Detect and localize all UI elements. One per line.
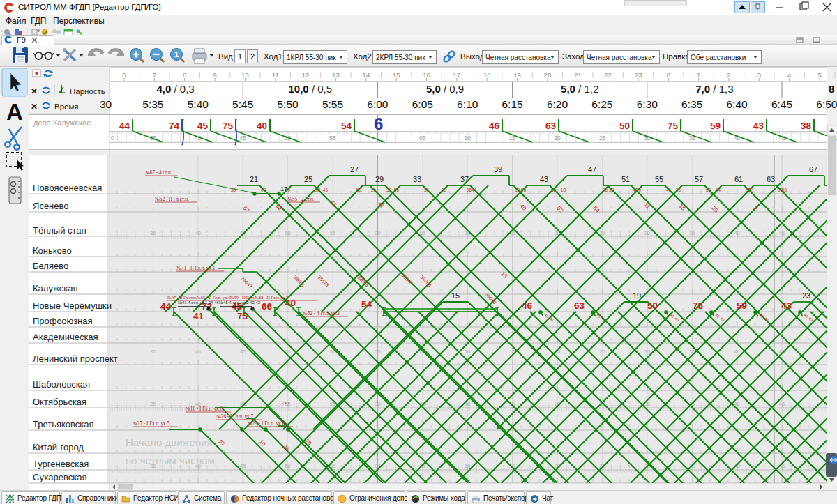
svg-text:35: 35 bbox=[150, 349, 156, 355]
svg-text:5: 5 bbox=[817, 71, 821, 79]
svg-text:30: 30 bbox=[644, 230, 650, 236]
svg-text:45: 45 bbox=[240, 349, 246, 355]
svg-text:20: 20 bbox=[554, 135, 561, 142]
svg-text:Профсоюзная: Профсоюзная bbox=[33, 316, 93, 326]
svg-text:44: 44 bbox=[160, 301, 172, 312]
svg-text:55: 55 bbox=[655, 175, 663, 183]
svg-text:10: 10 bbox=[464, 135, 471, 142]
svg-text:№62 - II Гл.ст.п.: №62 - II Гл.ст.п. bbox=[155, 197, 189, 202]
svg-text:54: 54 bbox=[341, 121, 352, 131]
svg-text:19: 19 bbox=[513, 71, 521, 79]
svg-text:10: 10 bbox=[241, 71, 249, 79]
svg-text:46: 46 bbox=[323, 188, 329, 192]
svg-text:54: 54 bbox=[361, 299, 372, 310]
svg-text:75: 75 bbox=[668, 121, 679, 131]
svg-text:6: 6 bbox=[122, 71, 126, 79]
svg-text:58: 58 bbox=[782, 188, 787, 192]
svg-text:57: 57 bbox=[695, 175, 703, 183]
svg-text:06: 06 bbox=[467, 188, 472, 192]
svg-text:19: 19 bbox=[633, 291, 641, 300]
svg-text:45: 45 bbox=[240, 463, 246, 469]
svg-text:№27 - I Гл.п. ук.5: №27 - I Гл.п. ук.5 bbox=[133, 421, 170, 427]
svg-text:Новоясеневская: Новоясеневская bbox=[33, 183, 102, 193]
svg-text:0: 0 bbox=[667, 71, 670, 79]
svg-text:50: 50 bbox=[619, 121, 630, 131]
svg-text:45: 45 bbox=[779, 230, 785, 236]
svg-text:✕: ✕ bbox=[31, 102, 38, 112]
svg-text:6: 6 bbox=[374, 114, 383, 133]
svg-text:51: 51 bbox=[621, 175, 630, 183]
svg-text:66: 66 bbox=[262, 301, 273, 312]
svg-text:20: 20 bbox=[544, 71, 552, 79]
svg-text:Парность: Парность bbox=[70, 87, 105, 96]
svg-text:40: 40 bbox=[734, 230, 739, 236]
svg-text:45: 45 bbox=[779, 401, 785, 407]
svg-text:8: 8 bbox=[829, 83, 834, 95]
svg-text:Октябрьская: Октябрьская bbox=[33, 397, 86, 407]
svg-text:Время: Время bbox=[54, 102, 79, 111]
svg-text:5:35: 5:35 bbox=[142, 98, 163, 110]
svg-text:1: 1 bbox=[174, 50, 179, 59]
svg-text:5:50: 5:50 bbox=[278, 98, 299, 110]
svg-text:00: 00 bbox=[375, 401, 380, 407]
svg-text:16: 16 bbox=[423, 71, 430, 79]
svg-text:27: 27 bbox=[350, 165, 359, 174]
svg-text:6:50: 6:50 bbox=[816, 98, 837, 110]
svg-text:2: 2 bbox=[727, 71, 730, 79]
svg-text:Новые Черёмушки: Новые Черёмушки bbox=[33, 300, 112, 311]
svg-text:6:10: 6:10 bbox=[457, 98, 478, 110]
svg-text:№71 - II Гл.п. ук.1: №71 - II Гл.п. ук.1 bbox=[176, 266, 216, 271]
svg-text:6:35: 6:35 bbox=[681, 98, 702, 110]
svg-text:5:45: 5:45 bbox=[232, 98, 253, 110]
svg-text:230: 230 bbox=[282, 401, 289, 405]
svg-text:23: 23 bbox=[802, 291, 810, 300]
svg-text:50: 50 bbox=[647, 300, 658, 311]
svg-text:21: 21 bbox=[250, 175, 258, 183]
svg-text:74: 74 bbox=[169, 121, 180, 131]
svg-text:05: 05 bbox=[419, 135, 426, 142]
svg-text:12: 12 bbox=[302, 71, 310, 79]
svg-text:6:05: 6:05 bbox=[412, 98, 433, 110]
svg-text:00: 00 bbox=[375, 349, 380, 355]
svg-text:43: 43 bbox=[753, 121, 764, 131]
svg-text:Шаболовская: Шаболовская bbox=[33, 379, 90, 390]
svg-text:по четным числам: по четным числам bbox=[126, 455, 215, 466]
svg-text:1: 1 bbox=[697, 71, 700, 79]
svg-text:50: 50 bbox=[285, 230, 290, 236]
svg-text:6:20: 6:20 bbox=[547, 98, 568, 110]
svg-text:37: 37 bbox=[460, 175, 469, 183]
svg-text:депо Калужское: депо Калужское bbox=[33, 119, 91, 127]
svg-text:17: 17 bbox=[453, 71, 461, 79]
svg-text:3: 3 bbox=[757, 71, 761, 79]
svg-text:7,0 / 1,3: 7,0 / 1,3 bbox=[695, 83, 733, 95]
svg-text:63: 63 bbox=[545, 121, 557, 131]
svg-text:75: 75 bbox=[693, 300, 704, 311]
svg-text:11: 11 bbox=[272, 71, 279, 79]
svg-text:Сухаревская: Сухаревская bbox=[33, 472, 86, 482]
svg-text:40: 40 bbox=[195, 349, 201, 355]
svg-text:45: 45 bbox=[239, 135, 246, 142]
svg-text:55: 55 bbox=[330, 230, 335, 236]
svg-text:33: 33 bbox=[413, 175, 421, 183]
svg-text:55: 55 bbox=[329, 135, 336, 142]
svg-text:Ленинский проспект: Ленинский проспект bbox=[33, 353, 118, 364]
svg-text:35: 35 bbox=[689, 230, 695, 236]
svg-text:15: 15 bbox=[393, 71, 400, 79]
svg-text:10: 10 bbox=[465, 463, 470, 469]
svg-text:№26 - I Гл.п. ук.7: №26 - I Гл.п. ук.7 bbox=[216, 414, 254, 420]
svg-text:23: 23 bbox=[635, 71, 642, 79]
svg-text:21: 21 bbox=[574, 71, 582, 79]
svg-text:6:00: 6:00 bbox=[367, 98, 389, 110]
svg-text:№10 - I Гл.п. ук.6: №10 - I Гл.п. ук.6 bbox=[186, 406, 223, 412]
svg-text:45: 45 bbox=[197, 121, 209, 131]
svg-text:15: 15 bbox=[451, 291, 460, 300]
svg-text:6:40: 6:40 bbox=[727, 98, 748, 110]
svg-text:6:30: 6:30 bbox=[637, 98, 658, 110]
svg-text:5:40: 5:40 bbox=[188, 98, 209, 110]
svg-text:Тёплый стан: Тёплый стан bbox=[33, 225, 86, 236]
svg-text:00: 00 bbox=[375, 230, 380, 236]
svg-text:43: 43 bbox=[781, 300, 792, 311]
svg-text:10: 10 bbox=[465, 349, 470, 355]
svg-text:46: 46 bbox=[522, 300, 533, 311]
svg-text:№67 - 4 ст.п.: №67 - 4 ст.п. bbox=[145, 170, 172, 176]
